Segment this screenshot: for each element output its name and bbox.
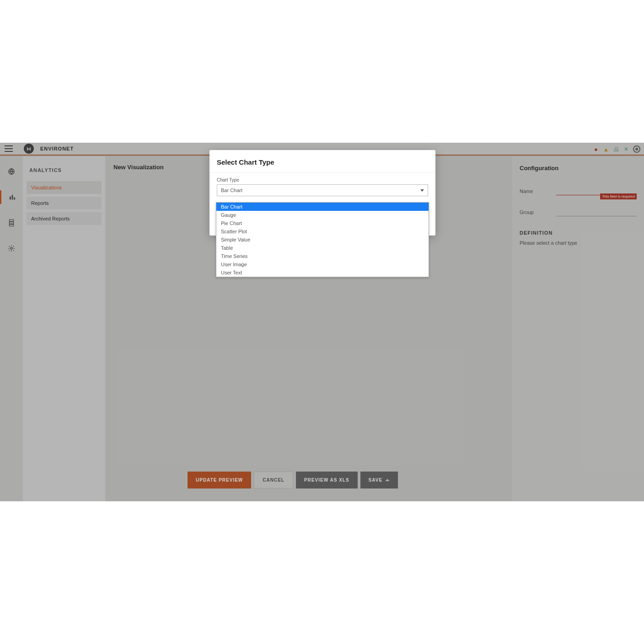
dropdown-option[interactable]: Simple Value (216, 236, 429, 244)
dropdown-option[interactable]: Pie Chart (216, 219, 429, 227)
user-icon[interactable] (633, 145, 640, 153)
name-field-row: Name This field is required (520, 187, 637, 195)
svg-point-7 (11, 247, 12, 249)
rail-item-globe[interactable] (0, 165, 23, 178)
warning-triangle-icon[interactable]: ▲ (603, 146, 609, 152)
modal-header: Select Chart Type (209, 150, 435, 173)
alert-circle-icon[interactable]: ● (593, 146, 599, 152)
save-button[interactable]: SAVE (360, 472, 398, 488)
page-title: New Visualization (113, 164, 164, 171)
dropdown-option[interactable]: Gauge (216, 211, 429, 219)
bar-chart-icon (9, 193, 16, 201)
tools-icon[interactable]: ✕ (623, 146, 629, 152)
action-bar: UPDATE PREVIEW CANCEL PREVIEW AS XLS SAV… (188, 472, 398, 488)
button-label: UPDATE PREVIEW (196, 478, 243, 483)
topbar-status-icons: ● ▲ 品 ✕ (593, 143, 640, 156)
sidebar-item-label: Archived Reports (31, 216, 70, 221)
app-logo[interactable] (24, 144, 34, 154)
rail-item-server[interactable] (0, 216, 23, 230)
group-field-row: Group (520, 208, 637, 216)
definition-text: Please select a chart type (520, 240, 637, 246)
svg-rect-6 (9, 224, 13, 226)
name-label: Name (520, 188, 556, 194)
sidebar-item-reports[interactable]: Reports (27, 197, 102, 209)
globe-icon (8, 168, 15, 175)
rail-item-analytics[interactable] (0, 190, 23, 204)
svg-rect-2 (11, 195, 13, 199)
definition-heading: DEFINITION (520, 230, 637, 236)
button-label: SAVE (369, 478, 383, 483)
dropdown-option[interactable]: User Text (216, 268, 429, 277)
brand-name: ENVIRONET (40, 146, 74, 151)
sidebar-title: ANALYTICS (29, 167, 99, 173)
svg-rect-4 (9, 220, 13, 221)
modal-body: Chart Type Bar Chart (209, 173, 435, 204)
sidebar-item-label: Visualizations (31, 185, 62, 190)
sidebar-item-archived-reports[interactable]: Archived Reports (27, 212, 102, 225)
gear-icon (8, 245, 15, 252)
sidebar: ANALYTICS Visualizations Reports Archive… (23, 156, 105, 501)
modal-title: Select Chart Type (217, 158, 428, 166)
group-input[interactable] (556, 208, 637, 216)
nav-rail (0, 156, 23, 501)
caret-up-icon (385, 479, 390, 481)
name-error-badge: This field is required (600, 193, 637, 199)
dropdown-option[interactable]: Bar Chart (216, 203, 429, 211)
config-title: Configuration (520, 165, 637, 172)
button-label: CANCEL (263, 478, 284, 483)
server-icon (8, 219, 15, 226)
rail-item-settings[interactable] (0, 242, 23, 255)
update-preview-button[interactable]: UPDATE PREVIEW (188, 472, 251, 488)
dropdown-option[interactable]: Scatter Plot (216, 227, 429, 236)
sidebar-item-visualizations[interactable]: Visualizations (27, 181, 102, 194)
preview-as-xls-button[interactable]: PREVIEW AS XLS (296, 472, 358, 488)
config-panel: Configuration Name This field is require… (512, 156, 644, 501)
button-label: PREVIEW AS XLS (304, 478, 349, 483)
svg-rect-1 (10, 197, 11, 200)
menu-icon[interactable] (5, 145, 13, 152)
group-label: Group (520, 209, 556, 215)
svg-rect-5 (9, 222, 13, 224)
chart-type-dropdown: Bar Chart Gauge Pie Chart Scatter Plot S… (216, 202, 429, 277)
select-value: Bar Chart (221, 188, 242, 193)
dropdown-option[interactable]: User Image (216, 260, 429, 268)
svg-rect-3 (14, 198, 15, 200)
cancel-button[interactable]: CANCEL (254, 472, 293, 488)
chart-type-label: Chart Type (217, 177, 428, 182)
sidebar-item-label: Reports (31, 200, 49, 206)
network-icon[interactable]: 品 (613, 146, 619, 152)
dropdown-option[interactable]: Table (216, 244, 429, 252)
dropdown-option[interactable]: Time Series (216, 252, 429, 260)
chart-type-select[interactable]: Bar Chart (217, 184, 428, 196)
